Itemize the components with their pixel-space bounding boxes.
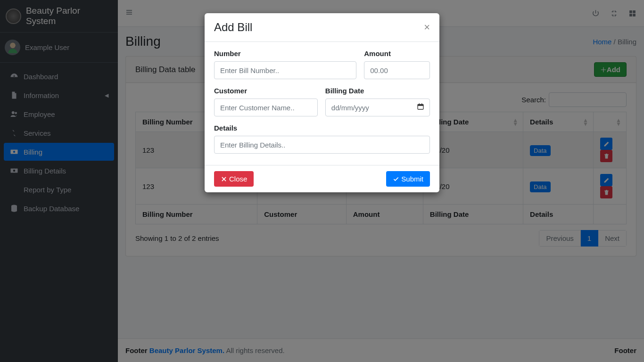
customer-label: Customer (214, 87, 318, 95)
modal-title: Add Bill (214, 21, 252, 34)
amount-label: Amount (364, 49, 430, 58)
number-label: Number (214, 49, 356, 58)
details-label: Details (214, 124, 430, 132)
number-input[interactable] (214, 61, 356, 79)
close-button[interactable]: Close (214, 171, 254, 187)
customer-input[interactable] (214, 99, 318, 116)
billing-date-label: Billing Date (325, 87, 430, 95)
submit-button[interactable]: Submit (386, 171, 430, 187)
close-icon[interactable]: × (424, 22, 430, 33)
billing-date-input[interactable] (325, 99, 430, 116)
modal-backdrop[interactable]: Add Bill × Number Amount Customer (0, 0, 644, 362)
amount-input[interactable] (364, 61, 430, 79)
add-bill-modal: Add Bill × Number Amount Customer (205, 13, 439, 192)
details-input[interactable] (214, 136, 430, 154)
